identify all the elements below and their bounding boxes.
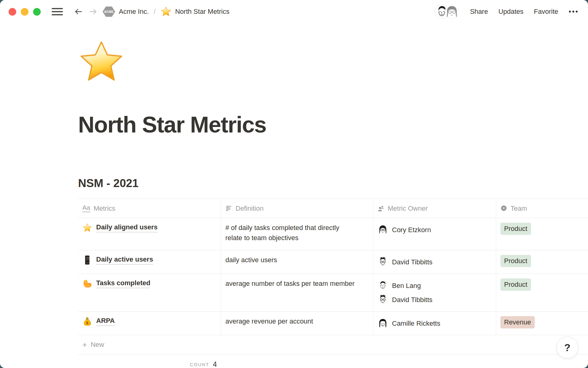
metric-owner-cell[interactable]: Ben Lang David Tibbitts [373,274,496,311]
favorite-button[interactable]: Favorite [534,8,558,16]
team-cell[interactable]: Product [496,274,588,311]
team-tag[interactable]: Product [500,278,531,291]
column-label: Metrics [94,203,115,213]
title-property-icon: Aa [82,204,90,212]
new-row-label: New [91,341,104,349]
updates-button[interactable]: Updates [498,8,523,16]
close-window-button[interactable] [9,8,16,16]
definition-cell[interactable]: average revenue per account [221,312,373,335]
breadcrumb: ACME Acme Inc. / North Star Metrics [103,6,229,18]
table-row: Daily active users daily active users [78,250,588,274]
member-avatar-2[interactable] [445,5,459,19]
table-row: Tasks completed average number of tasks … [78,274,588,312]
owner-name: Cory Etzkorn [392,225,431,235]
text-property-icon [225,205,232,212]
owner-avatar [378,257,388,267]
count-label[interactable]: COUNT [190,362,209,367]
database-view-heading: NSM - 2021 [78,177,588,190]
column-header-metrics[interactable]: Aa Metrics [78,199,221,218]
viewer-avatars [435,5,459,19]
metric-name-cell[interactable]: Daily aligned users [78,218,221,250]
owner-avatar [378,224,388,235]
person-chip[interactable]: David Tibbitts [378,255,492,269]
forward-arrow-icon[interactable] [88,6,98,17]
definition-text: average revenue per account [225,316,356,326]
star-emoji-icon [82,223,92,233]
column-label: Metric Owner [388,203,428,213]
table-footer: COUNT 4 [78,355,221,368]
column-label: Definition [236,203,264,213]
metric-owner-cell[interactable]: Camille Ricketts [373,312,496,335]
definition-cell[interactable]: # of daily tasks completed that directly… [221,218,373,250]
definition-cell[interactable]: daily active users [221,250,373,274]
breadcrumb-separator: / [154,8,156,16]
metric-name-cell[interactable]: $ ARPA [78,312,221,335]
table-header-row: Aa Metrics Definition Me [78,199,588,218]
star-emoji-icon [160,6,172,17]
breadcrumb-page-title[interactable]: North Star Metrics [175,8,229,16]
plus-icon: + [82,341,87,349]
new-row-button[interactable]: + New [78,335,588,355]
person-chip[interactable]: David Tibbitts [378,293,492,307]
metric-owner-cell[interactable]: David Tibbitts [373,250,496,274]
person-chip[interactable]: Cory Etzkorn [378,223,492,237]
team-cell[interactable]: Product [496,218,588,250]
topbar-actions: Share Updates Favorite ••• [435,5,579,19]
zoom-window-button[interactable] [33,8,41,16]
page-link[interactable]: Tasks completed [96,278,150,288]
mobile-phone-emoji-icon [82,255,92,265]
definition-text: average number of tasks per team member [225,278,356,289]
metrics-table: Aa Metrics Definition Me [78,198,588,368]
owner-avatar [378,318,388,328]
owner-name: David Tibbitts [392,257,432,267]
count-value: 4 [213,360,217,368]
definition-text: daily active users [225,255,356,265]
column-header-definition[interactable]: Definition [221,199,373,218]
window-controls [9,8,41,16]
sidebar-menu-icon[interactable] [52,8,63,15]
select-property-icon [500,205,507,212]
page-link[interactable]: Daily active users [96,255,153,265]
more-options-icon[interactable]: ••• [569,8,579,16]
table-row: $ ARPA average revenue per account [78,312,588,335]
owner-name: Ben Lang [392,281,421,291]
owner-avatar [378,294,388,305]
breadcrumb-workspace-name[interactable]: Acme Inc. [119,8,149,16]
back-arrow-icon[interactable] [73,6,84,17]
team-cell[interactable]: Product [496,250,588,274]
table-row: Daily aligned users # of daily tasks com… [78,218,588,250]
acme-workspace-logo[interactable]: ACME [103,6,115,18]
notion-window: ACME Acme Inc. / North Star Metrics [0,0,588,368]
column-header-metric-owner[interactable]: Metric Owner [373,199,496,218]
metric-name-cell[interactable]: Daily active users [78,250,221,274]
team-tag[interactable]: Product [500,255,531,267]
person-property-icon [378,205,384,212]
owner-name: Camille Ricketts [392,318,440,328]
minimize-window-button[interactable] [21,8,28,16]
help-button[interactable]: ? [556,337,578,358]
title-bar: ACME Acme Inc. / North Star Metrics [0,0,588,23]
person-chip[interactable]: Ben Lang [378,278,492,293]
money-bag-emoji-icon: $ [82,316,92,326]
metric-name-cell[interactable]: Tasks completed [78,274,221,311]
team-cell[interactable]: Revenue [496,312,588,335]
column-header-team[interactable]: Team [496,199,588,218]
svg-text:$: $ [86,321,88,325]
flexed-biceps-emoji-icon [82,279,92,289]
share-button[interactable]: Share [470,8,488,16]
team-tag[interactable]: Product [500,223,531,235]
definition-text: # of daily tasks completed that directly… [225,223,356,243]
page-link[interactable]: ARPA [96,316,115,326]
definition-cell[interactable]: average number of tasks per team member [221,274,373,311]
team-tag[interactable]: Revenue [500,316,535,328]
owner-avatar [378,280,388,291]
page-link[interactable]: Daily aligned users [96,223,158,232]
page-icon-star-emoji[interactable] [78,39,125,85]
owner-name: David Tibbitts [392,295,432,305]
metric-owner-cell[interactable]: Cory Etzkorn [373,218,496,250]
person-chip[interactable]: Camille Ricketts [378,316,492,330]
column-label: Team [511,203,527,213]
page-title: North Star Metrics [78,112,588,138]
